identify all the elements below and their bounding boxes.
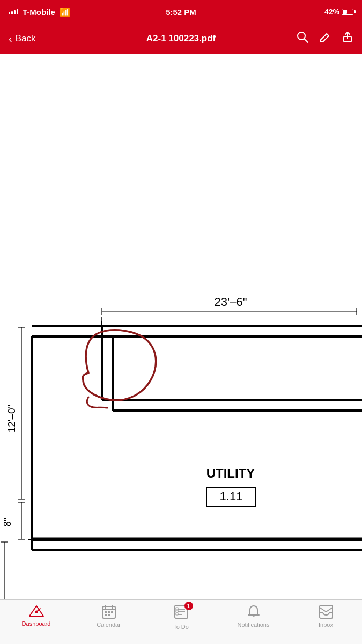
tab-label-notifications: Notifications bbox=[238, 621, 270, 628]
battery-percentage: 42% bbox=[324, 8, 339, 16]
tab-label-todo: To Do bbox=[173, 624, 189, 630]
svg-rect-39 bbox=[111, 611, 113, 613]
room-name-label: UTILITY bbox=[206, 466, 255, 480]
nav-actions bbox=[297, 31, 353, 46]
architectural-drawing: 23'–6" 12'–0" 8" 8'–0" bbox=[0, 54, 362, 599]
nav-bar: ‹ Back A2-1 100223.pdf bbox=[0, 24, 362, 54]
svg-line-1 bbox=[304, 39, 308, 42]
tab-item-notifications[interactable]: Notifications bbox=[217, 604, 290, 628]
tab-label-dashboard: Dashboard bbox=[22, 620, 51, 627]
status-bar-left: T-Mobile 📶 bbox=[9, 7, 70, 17]
tab-item-inbox[interactable]: Inbox bbox=[290, 604, 362, 628]
tab-item-todo[interactable]: 1 To Do bbox=[145, 604, 217, 630]
todo-badge-wrapper: 1 bbox=[174, 604, 189, 621]
todo-badge: 1 bbox=[184, 602, 193, 610]
horizontal-dimension-label: 23'–6" bbox=[215, 295, 247, 309]
vertical-dimension-top-label: 12'–0" bbox=[6, 405, 17, 433]
tab-item-dashboard[interactable]: Dashboard bbox=[0, 604, 72, 627]
svg-rect-41 bbox=[108, 614, 110, 616]
inbox-icon bbox=[319, 604, 334, 619]
drawing-svg: 23'–6" 12'–0" 8" 8'–0" bbox=[0, 54, 362, 599]
tab-label-calendar: Calendar bbox=[97, 621, 121, 628]
svg-rect-47 bbox=[176, 610, 178, 612]
back-button[interactable]: ‹ Back bbox=[9, 33, 35, 45]
annotate-button[interactable] bbox=[319, 31, 331, 46]
share-button[interactable] bbox=[342, 31, 353, 46]
svg-rect-37 bbox=[105, 611, 107, 613]
status-bar-time: 5:52 PM bbox=[166, 8, 196, 17]
calendar-icon bbox=[101, 604, 116, 619]
carrier-label: T-Mobile bbox=[23, 8, 55, 17]
chevron-left-icon: ‹ bbox=[9, 33, 12, 45]
svg-rect-40 bbox=[105, 614, 107, 616]
battery-icon bbox=[342, 9, 353, 15]
status-bar: T-Mobile 📶 5:52 PM 42% bbox=[0, 0, 362, 24]
svg-rect-48 bbox=[176, 613, 178, 615]
svg-rect-46 bbox=[176, 608, 178, 610]
status-bar-right: 42% bbox=[324, 8, 353, 16]
tab-bar: Dashboard Calendar bbox=[0, 599, 362, 644]
pdf-content-area: 23'–6" 12'–0" 8" 8'–0" bbox=[0, 54, 362, 599]
bell-icon bbox=[246, 604, 261, 619]
tab-item-calendar[interactable]: Calendar bbox=[72, 604, 145, 628]
back-label: Back bbox=[16, 33, 36, 44]
vertical-dimension-bottom-label: 8" bbox=[2, 518, 13, 526]
tab-label-inbox: Inbox bbox=[319, 621, 333, 628]
search-button[interactable] bbox=[297, 31, 308, 46]
dashboard-icon bbox=[28, 604, 45, 618]
wifi-icon: 📶 bbox=[60, 7, 70, 17]
nav-title: A2-1 100223.pdf bbox=[146, 33, 216, 44]
signal-bars-icon bbox=[9, 9, 18, 14]
svg-rect-38 bbox=[108, 611, 110, 613]
room-number-label: 1.11 bbox=[220, 489, 243, 503]
